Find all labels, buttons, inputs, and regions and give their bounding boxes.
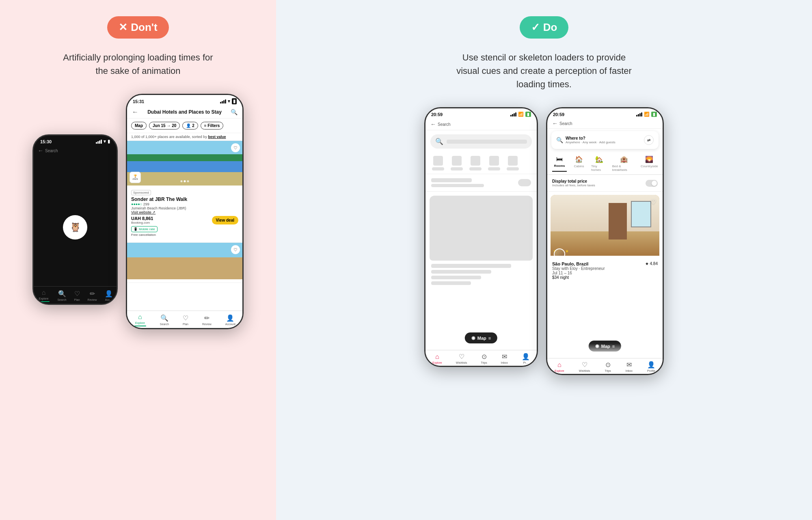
nav-trips-airbnb[interactable]: ⊙ Trips xyxy=(605,361,611,372)
property-info-skel xyxy=(430,261,533,288)
property-img-skel xyxy=(430,196,533,261)
nav-wishlists-label-airbnb: Wishlists xyxy=(579,369,590,372)
price-toggle-switch[interactable] xyxy=(646,180,658,187)
nav-review-ta[interactable]: ✏ Review xyxy=(202,314,212,326)
nav-search-ta[interactable]: 🔍 Search xyxy=(160,314,169,326)
where-to-box[interactable]: 🔍 Where to? Anywhere · Any week · Add gu… xyxy=(551,131,659,149)
cat-tiny-homes[interactable]: 🏡 Tiny homes xyxy=(591,155,607,172)
profile-icon-airbnb: 👤 xyxy=(647,361,655,369)
do-label: Do xyxy=(543,21,557,34)
nav-plan-dark[interactable]: ♡ Plan xyxy=(74,290,80,301)
nav-search-label-ta: Search xyxy=(160,323,169,326)
back-label-1: Search xyxy=(45,149,58,153)
airbnb-back-label: Search xyxy=(559,121,572,126)
filter-filters[interactable]: ≡ Filters xyxy=(201,122,224,129)
sponsored-label: Sponsored xyxy=(131,190,151,195)
nav-search-label-dark: Search xyxy=(57,298,66,301)
bottom-nav-ta: ⌂ Explore 🔍 Search ♡ Plan ✏ Review � xyxy=(127,311,242,328)
status-icons-ta: ▾ ▮ xyxy=(220,98,237,104)
property-host: Stay with Eloy · Entrepreneur xyxy=(552,266,658,271)
signal-icon-skeleton xyxy=(510,112,516,117)
countryside-icon: 🌄 xyxy=(645,155,653,163)
phone-icon: 📱 xyxy=(134,227,138,231)
search-skeleton-area: 🔍 xyxy=(425,130,537,153)
map-list-icon-skeleton: ≡ xyxy=(488,336,491,341)
signal-icon-airbnb xyxy=(636,112,642,117)
cat-bnb[interactable]: 🏨 Bed & breakfasts xyxy=(612,155,636,172)
nav-inbox-skel[interactable]: ✉ Inbox xyxy=(501,353,508,364)
view-deal-btn-1[interactable]: View deal xyxy=(212,216,238,224)
property-wishlist-btn[interactable]: ♡ xyxy=(650,198,656,206)
nav-account-label-ta: Account xyxy=(225,323,235,326)
nav-search-dark[interactable]: 🔍 Search xyxy=(57,290,66,301)
dont-phones: 15:30 ▾ ▮ ← Search 🦉 ⌂ E xyxy=(32,94,244,329)
wishlist-btn-2[interactable]: ♡ xyxy=(231,245,240,254)
airbnb-back-arrow[interactable]: ← xyxy=(552,120,558,127)
time-airbnb: 20:59 xyxy=(553,112,564,117)
filter-adjust-btn[interactable]: ⇌ xyxy=(644,135,654,145)
hotel-name-1: Sonder at JBR The Walk xyxy=(131,196,238,202)
map-icon-skeleton: ◉ xyxy=(471,335,475,341)
nav-explore-airbnb[interactable]: ⌂ Explore xyxy=(555,361,564,372)
where-to-sub: Anywhere · Any week · Add guests xyxy=(566,140,615,144)
cat-label-skel-2 xyxy=(451,167,463,170)
hotel-card-1: ♡ 🏆2023 Sponsored Sonder at JBR The Walk… xyxy=(127,141,242,243)
nav-review-label-dark: Review xyxy=(88,298,97,301)
cat-rooms[interactable]: 🛏 Rooms xyxy=(552,155,567,172)
wishlist-btn-1[interactable]: ♡ xyxy=(231,143,240,152)
nav-acc-dark[interactable]: 👤 Acc... xyxy=(105,290,113,301)
cat-countryside[interactable]: 🌄 Countryside xyxy=(641,155,658,172)
cat-skel-1 xyxy=(432,156,444,170)
bnb-icon: 🏨 xyxy=(620,155,628,163)
acc-icon-dark: 👤 xyxy=(105,290,113,298)
nav-inbox-airbnb[interactable]: ✉ Inbox xyxy=(626,361,633,372)
filter-guests[interactable]: 👤 2 xyxy=(182,122,198,129)
cat-label-skel-1 xyxy=(432,167,444,170)
room-shelf xyxy=(609,203,627,240)
hotel-info-1: Sponsored Sonder at JBR The Walk ●●●●○ 2… xyxy=(127,186,242,239)
nav-trips-skel[interactable]: ⊙ Trips xyxy=(481,353,487,364)
property-card-skeleton xyxy=(430,196,533,288)
skeleton-back-arrow[interactable]: ← xyxy=(430,121,436,127)
hotel-image-2: ♡ xyxy=(127,243,242,279)
ta-back-btn[interactable]: ← xyxy=(132,108,138,116)
do-phones: 20:59 📶 ▮ ← Search 🔍 xyxy=(424,107,664,375)
hotel-website-1[interactable]: Visit website ↗ xyxy=(131,210,238,214)
nav-wishlists-skel[interactable]: ♡ Wishlists xyxy=(456,353,467,364)
display-price-title: Display total price xyxy=(552,179,595,183)
property-image: ♡ ★ ★ ★ ★ xyxy=(551,195,659,256)
filter-map[interactable]: Map xyxy=(131,122,147,129)
property-location: São Paulo, Brazil xyxy=(552,261,588,266)
plan-icon-dark: ♡ xyxy=(74,290,80,298)
nav-explore-skel-label: Explore xyxy=(432,361,442,364)
nav-acc-label-dark: Acc... xyxy=(105,298,112,301)
filter-dates[interactable]: Jun 15 → 20 xyxy=(149,122,180,129)
sort-link[interactable]: best value xyxy=(208,135,226,139)
battery-icon-1: ▮ xyxy=(108,139,110,144)
ta-search-btn[interactable]: 🔍 xyxy=(231,109,238,115)
status-bar-1: 15:30 ▾ ▮ xyxy=(34,136,117,146)
property-rating: ★ 4.84 xyxy=(645,261,658,266)
nav-explore-ta[interactable]: ⌂ Explore xyxy=(134,313,146,326)
nav-profile-airbnb[interactable]: 👤 Profile xyxy=(647,361,655,372)
nav-review-dark[interactable]: ✏ Review xyxy=(88,290,97,301)
nav-account-ta[interactable]: 👤 Account xyxy=(225,314,235,326)
wifi-icon-ta: ▾ xyxy=(228,99,230,104)
cat-skel-5 xyxy=(507,156,519,170)
prop-price-skel xyxy=(431,281,471,285)
display-price-subtitle: Includes all fees, before taxes xyxy=(552,183,595,187)
nav-explore-dark[interactable]: ⌂ Explore xyxy=(37,289,50,302)
cat-cabins[interactable]: 🏠 Cabins xyxy=(572,155,586,172)
nav-explore-skel[interactable]: ⌂ Explore xyxy=(432,353,442,364)
nav-pr-skel[interactable]: 👤 Pr... xyxy=(522,353,530,364)
nav-wishlists-airbnb[interactable]: ♡ Wishlists xyxy=(579,361,590,372)
hotel-image-1: ♡ 🏆2023 xyxy=(127,141,242,186)
nav-plan-ta[interactable]: ♡ Plan xyxy=(183,314,188,326)
prop-date-skel xyxy=(431,276,481,279)
back-arrow-1[interactable]: ← xyxy=(38,147,43,154)
map-btn-skeleton[interactable]: ◉ Map ≡ xyxy=(465,332,497,343)
status-bar-ta: 15:31 ▾ ▮ xyxy=(127,95,242,106)
hotel-stars-1: ●●●●○ 299 xyxy=(131,202,238,206)
toggle-skeleton-row xyxy=(425,174,537,192)
phone-skeleton: 20:59 📶 ▮ ← Search 🔍 xyxy=(424,107,538,367)
